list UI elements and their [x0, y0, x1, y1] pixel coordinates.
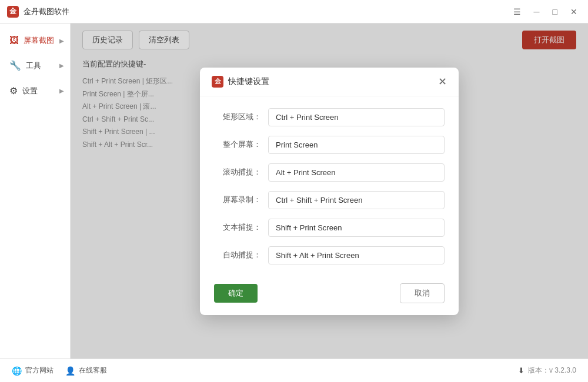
website-link[interactable]: 🌐 官方网站	[12, 366, 54, 376]
menu-button[interactable]: ☰	[510, 6, 524, 18]
website-label: 官方网站	[25, 366, 54, 376]
screenshot-icon: 🖼	[9, 35, 19, 46]
shortcut-row-scroll: 滚动捕捉：	[214, 163, 445, 182]
auto-label: 自动捕捉：	[214, 250, 261, 260]
chevron-right-icon-settings: ▶	[59, 88, 64, 94]
close-button[interactable]: ✕	[567, 6, 581, 18]
version-label: 版本：v 3.2.3.0	[528, 366, 576, 376]
download-icon: ⬇	[518, 366, 524, 375]
support-link[interactable]: 👤 在线客服	[65, 366, 107, 376]
dialog-body: 矩形区域： 整个屏幕： 滚动捕捉： 屏幕录制：	[200, 96, 459, 276]
tools-icon: 🔧	[9, 60, 21, 71]
text-input[interactable]	[268, 219, 445, 237]
text-label: 文本捕捉：	[214, 222, 261, 233]
title-bar: 金 金丹截图软件 ☰ ─ □ ✕	[0, 0, 588, 24]
cancel-button[interactable]: 取消	[400, 283, 445, 303]
dialog-close-button[interactable]: ✕	[438, 76, 447, 87]
fullscreen-input[interactable]	[268, 136, 445, 154]
shortcut-row-auto: 自动捕捉：	[214, 246, 445, 264]
rect-input[interactable]	[268, 108, 445, 126]
chevron-right-icon: ▶	[59, 38, 64, 44]
fullscreen-label: 整个屏幕：	[214, 139, 261, 150]
app-icon: 金	[7, 6, 19, 18]
shortcut-row-rect: 矩形区域：	[214, 108, 445, 126]
minimize-button[interactable]: ─	[530, 6, 543, 18]
shortcut-row-text: 文本捕捉：	[214, 219, 445, 237]
shortcut-row-fullscreen: 整个屏幕：	[214, 136, 445, 154]
main-layout: 🖼 屏幕截图 ▶ 🔧 工具 ▶ ⚙ 设置 ▶ 历史记录 清空列表 打开截图 当前…	[0, 24, 588, 358]
shortcut-settings-dialog: 金 快捷键设置 ✕ 矩形区域： 整个屏幕：	[200, 68, 459, 315]
title-bar-left: 金 金丹截图软件	[7, 6, 69, 18]
dialog-title: 快捷键设置	[228, 76, 269, 87]
dialog-app-icon: 金	[212, 76, 223, 88]
shortcut-row-record: 屏幕录制：	[214, 191, 445, 209]
record-label: 屏幕录制：	[214, 195, 261, 205]
modal-overlay: 金 快捷键设置 ✕ 矩形区域： 整个屏幕：	[71, 24, 588, 358]
content-area: 历史记录 清空列表 打开截图 当前配置的快捷键- Ctrl + Print Sc…	[71, 24, 588, 358]
scroll-label: 滚动捕捉：	[214, 167, 261, 177]
maximize-button[interactable]: □	[549, 6, 561, 18]
scroll-input[interactable]	[268, 163, 445, 182]
sidebar-item-screenshot[interactable]: 🖼 屏幕截图 ▶	[0, 28, 70, 53]
support-label: 在线客服	[79, 366, 107, 376]
website-icon: 🌐	[12, 366, 22, 376]
window-controls: ☰ ─ □ ✕	[510, 6, 581, 18]
sidebar: 🖼 屏幕截图 ▶ 🔧 工具 ▶ ⚙ 设置 ▶	[0, 24, 71, 358]
rect-label: 矩形区域：	[214, 112, 261, 122]
dialog-title-row: 金 快捷键设置	[212, 76, 269, 88]
sidebar-item-settings[interactable]: ⚙ 设置 ▶	[0, 78, 70, 103]
sidebar-item-settings-label: 设置	[22, 86, 38, 96]
support-icon: 👤	[65, 366, 75, 376]
record-input[interactable]	[268, 191, 445, 209]
bottom-left: 🌐 官方网站 👤 在线客服	[12, 366, 107, 376]
chevron-right-icon-tools: ▶	[59, 62, 64, 69]
sidebar-item-tools[interactable]: 🔧 工具 ▶	[0, 53, 70, 78]
sidebar-item-tools-label: 工具	[26, 61, 41, 71]
auto-input[interactable]	[268, 246, 445, 264]
sidebar-item-screenshot-label: 屏幕截图	[24, 35, 54, 46]
settings-icon: ⚙	[9, 85, 18, 96]
confirm-button[interactable]: 确定	[214, 284, 258, 303]
dialog-footer: 确定 取消	[200, 276, 459, 315]
version-info: ⬇ 版本：v 3.2.3.0	[518, 366, 576, 376]
bottom-bar: 🌐 官方网站 👤 在线客服 ⬇ 版本：v 3.2.3.0	[0, 358, 588, 382]
dialog-header: 金 快捷键设置 ✕	[200, 68, 459, 96]
app-title: 金丹截图软件	[24, 6, 69, 17]
